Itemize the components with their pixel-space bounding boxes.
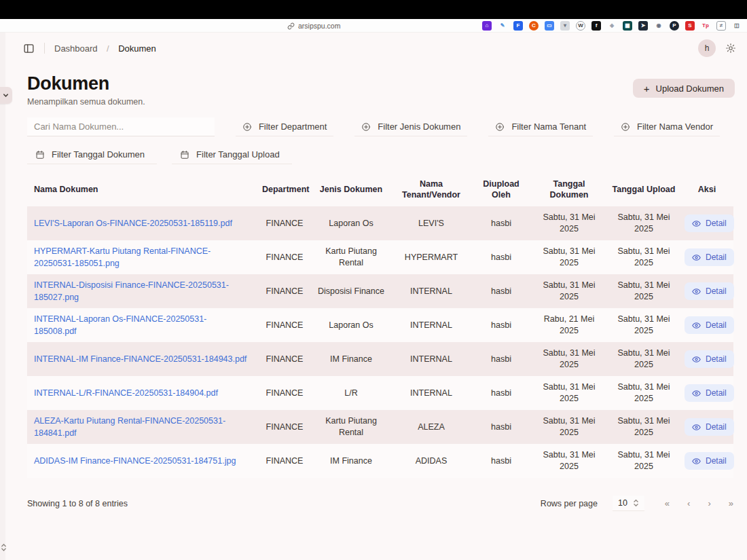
rows-per-page-select[interactable]: 10 bbox=[613, 496, 644, 511]
document-link[interactable]: INTERNAL-Disposisi Finance-FINANCE-20250… bbox=[34, 280, 229, 302]
previous-page-button[interactable]: ‹ bbox=[687, 498, 690, 508]
document-link[interactable]: INTERNAL-L/R-FINANCE-20250531-184904.pdf bbox=[34, 388, 218, 398]
theme-toggle-sun-icon[interactable] bbox=[725, 43, 736, 54]
cell-tanggal-upload: Sabtu, 31 Mei 2025 bbox=[607, 276, 680, 307]
table-body: LEVI'S-Laporan Os-FINANCE-20250531-18511… bbox=[27, 206, 733, 478]
cell-nama-tenant-vendor: INTERNAL bbox=[391, 350, 471, 369]
document-link[interactable]: ADIDAS-IM Finance-FINANCE-20250531-18475… bbox=[34, 456, 236, 466]
detail-button[interactable]: Detail bbox=[685, 214, 734, 232]
detail-button-label: Detail bbox=[706, 286, 727, 296]
breadcrumb-current: Dokumen bbox=[118, 43, 156, 54]
first-page-button[interactable]: « bbox=[665, 498, 670, 508]
detail-button[interactable]: Detail bbox=[685, 350, 734, 368]
cell-tanggal-dokumen: Sabtu, 31 Mei 2025 bbox=[531, 343, 607, 375]
document-link[interactable]: INTERNAL-Laporan Os-FINANCE-20250531-185… bbox=[34, 314, 206, 336]
cell-tanggal-upload: Sabtu, 31 Mei 2025 bbox=[607, 310, 680, 341]
filter-tanggal-dokumen-button[interactable]: Filter Tanggal Dokumen bbox=[27, 145, 157, 164]
document-link[interactable]: LEVI'S-Laporan Os-FINANCE-20250531-18511… bbox=[34, 219, 232, 228]
detail-button-label: Detail bbox=[706, 219, 727, 228]
filter-jenis-dokumen-button[interactable]: Filter Jenis Dokumen bbox=[354, 117, 467, 136]
breadcrumb-dashboard[interactable]: Dashboard bbox=[54, 43, 98, 54]
tab-control-icon[interactable]: ≠ bbox=[716, 21, 726, 31]
collapse-panel-tab[interactable] bbox=[0, 87, 12, 104]
column-header-nama-dokumen: Nama Dokumen bbox=[27, 182, 258, 198]
extension-orange-icon[interactable]: C bbox=[529, 21, 539, 31]
cell-diupload-oleh: hasbi bbox=[471, 214, 531, 234]
column-header-tanggal-dokumen: Tanggal Dokumen bbox=[531, 176, 607, 203]
column-header-aksi: Aksi bbox=[680, 182, 733, 198]
cell-nama-tenant-vendor: LEVI'S bbox=[391, 214, 471, 234]
scroll-indicator-icon bbox=[1, 543, 7, 552]
detail-button[interactable]: Detail bbox=[685, 316, 734, 334]
cell-jenis-dokumen: IM Finance bbox=[311, 350, 391, 369]
extension-red-icon[interactable]: S bbox=[685, 21, 695, 31]
extension-blue-card-icon[interactable]: ▭ bbox=[545, 21, 554, 31]
avatar[interactable]: h bbox=[698, 39, 716, 57]
cell-jenis-dokumen: Disposisi Finance bbox=[311, 282, 391, 301]
table-header-row: Nama Dokumen Department Jenis Dokumen Na… bbox=[27, 174, 733, 206]
cell-jenis-dokumen: IM Finance bbox=[311, 451, 391, 471]
split-view-icon[interactable]: ◫ bbox=[732, 21, 742, 31]
filter-row-1: Filter Department Filter Jenis Dokumen F… bbox=[27, 117, 720, 136]
extension-p-icon[interactable]: P bbox=[670, 21, 679, 31]
extension-f1-icon[interactable]: F bbox=[513, 21, 523, 31]
pencil-icon[interactable]: ✎ bbox=[498, 21, 507, 31]
cell-tanggal-dokumen: Sabtu, 31 Mei 2025 bbox=[531, 377, 607, 409]
table-row: INTERNAL-Disposisi Finance-FINANCE-20250… bbox=[27, 274, 733, 308]
plus-icon: + bbox=[644, 83, 650, 94]
document-link[interactable]: HYPERMART-Kartu Piutang Rental-FINANCE-2… bbox=[34, 246, 211, 268]
detail-button[interactable]: Detail bbox=[685, 418, 734, 436]
address-bar[interactable]: arsipspu.com bbox=[287, 19, 340, 33]
cell-department: FINANCE bbox=[258, 214, 311, 234]
detail-button[interactable]: Detail bbox=[685, 384, 734, 402]
upload-dokumen-button[interactable]: + Upload Dokumen bbox=[633, 79, 735, 98]
extension-purple-icon[interactable]: ⌂ bbox=[482, 21, 492, 31]
cell-tanggal-upload: Sabtu, 31 Mei 2025 bbox=[607, 377, 680, 409]
search-input[interactable] bbox=[27, 117, 215, 136]
column-header-jenis-dokumen: Jenis Dokumen bbox=[311, 182, 391, 198]
sidebar-toggle-button[interactable] bbox=[23, 43, 35, 54]
document-link[interactable]: INTERNAL-IM Finance-FINANCE-20250531-184… bbox=[34, 354, 247, 364]
cell-tanggal-dokumen: Sabtu, 31 Mei 2025 bbox=[531, 445, 607, 477]
filter-tanggal-upload-button[interactable]: Filter Tanggal Upload bbox=[172, 145, 292, 164]
wordpress-icon[interactable]: W bbox=[576, 21, 585, 31]
next-page-button[interactable]: › bbox=[708, 498, 710, 508]
detail-button[interactable]: Detail bbox=[685, 282, 734, 300]
detail-button[interactable]: Detail bbox=[685, 452, 734, 470]
extension-tp-icon[interactable]: Tp bbox=[701, 21, 710, 31]
filter-jenis-dokumen-label: Filter Jenis Dokumen bbox=[378, 122, 460, 132]
extension-black-f-icon[interactable]: f bbox=[591, 21, 601, 31]
cell-department: FINANCE bbox=[258, 316, 311, 335]
extension-teal-icon[interactable]: ▦ bbox=[623, 21, 632, 31]
eye-icon bbox=[692, 457, 701, 466]
filter-department-button[interactable]: Filter Department bbox=[236, 117, 333, 136]
table-row: INTERNAL-L/R-FINANCE-20250531-184904.pdf… bbox=[27, 376, 733, 410]
detail-button[interactable]: Detail bbox=[685, 248, 734, 266]
eye-icon bbox=[692, 287, 701, 296]
topbar-right: h bbox=[698, 39, 736, 57]
filter-nama-tenant-button[interactable]: Filter Nama Tenant bbox=[488, 117, 593, 136]
link-icon bbox=[287, 22, 295, 30]
last-page-button[interactable]: » bbox=[729, 498, 733, 508]
cursor-extension-icon[interactable]: ➤ bbox=[638, 21, 648, 31]
cell-nama-tenant-vendor: HYPERMART bbox=[391, 248, 471, 267]
cell-nama-tenant-vendor: ALEZA bbox=[391, 417, 471, 437]
detail-button-label: Detail bbox=[706, 456, 727, 466]
filter-nama-vendor-button[interactable]: Filter Nama Vendor bbox=[614, 117, 720, 136]
rows-per-page-value: 10 bbox=[618, 498, 627, 508]
camera-icon[interactable]: ◉ bbox=[654, 21, 663, 31]
shield-icon[interactable]: ◈ bbox=[607, 21, 617, 31]
column-header-diupload-oleh: Diupload Oleh bbox=[471, 176, 531, 203]
cell-department: FINANCE bbox=[258, 282, 311, 301]
document-link[interactable]: ALEZA-Kartu Piutang Rental-FINANCE-20250… bbox=[34, 416, 225, 438]
app-window: Dashboard / Dokumen h Do bbox=[0, 33, 747, 560]
cell-department: FINANCE bbox=[258, 417, 311, 437]
filter-tanggal-upload-label: Filter Tanggal Upload bbox=[196, 149, 280, 160]
table-row: INTERNAL-Laporan Os-FINANCE-20250531-185… bbox=[27, 308, 733, 342]
cell-department: FINANCE bbox=[258, 451, 311, 471]
screen: arsipspu.com ⌂✎FC▭▾Wf◈▦➤◉PSTp≠◫ Dashboar… bbox=[0, 0, 747, 560]
extension-gray-icon[interactable]: ▾ bbox=[560, 21, 570, 31]
eye-icon bbox=[692, 219, 701, 228]
detail-button-label: Detail bbox=[706, 253, 727, 262]
cell-diupload-oleh: hasbi bbox=[471, 316, 531, 335]
